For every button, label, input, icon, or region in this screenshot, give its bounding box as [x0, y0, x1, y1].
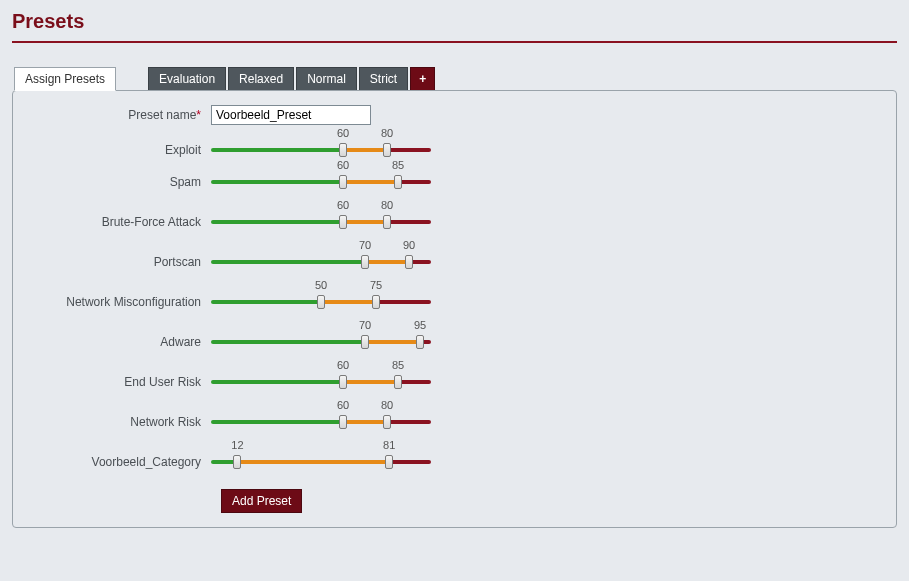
range-slider[interactable]: 7090	[211, 255, 431, 269]
track-green	[211, 300, 321, 304]
tab-assign-presets[interactable]: Assign Presets	[14, 67, 116, 91]
slider-handle-low[interactable]	[339, 215, 347, 229]
title-divider	[12, 41, 897, 43]
track-green	[211, 260, 365, 264]
range-slider[interactable]: 7095	[211, 335, 431, 349]
slider-label: Network Misconfiguration	[31, 295, 211, 309]
slider-high-value: 81	[383, 439, 395, 451]
track-green	[211, 148, 343, 152]
preset-form-panel: Preset name* Exploit6080Spam6085Brute-Fo…	[12, 90, 897, 528]
slider-low-value: 60	[337, 399, 349, 411]
track-green	[211, 340, 365, 344]
slider-label: Portscan	[31, 255, 211, 269]
track-orange	[365, 260, 409, 264]
track-red	[398, 180, 431, 184]
slider-row: Exploit6080	[31, 143, 878, 157]
slider-row: Network Misconfiguration5075	[31, 295, 878, 309]
track-orange	[343, 148, 387, 152]
range-slider[interactable]: 6085	[211, 375, 431, 389]
tab-strict[interactable]: Strict	[359, 67, 408, 91]
range-slider[interactable]: 6080	[211, 215, 431, 229]
slider-handle-low[interactable]	[233, 455, 241, 469]
slider-high-value: 75	[370, 279, 382, 291]
slider-handle-low[interactable]	[339, 375, 347, 389]
preset-name-input[interactable]	[211, 105, 371, 125]
tab-spacer	[118, 67, 146, 91]
track-orange	[343, 380, 398, 384]
slider-low-value: 12	[231, 439, 243, 451]
slider-row: Portscan7090	[31, 255, 878, 269]
slider-handle-high[interactable]	[394, 175, 402, 189]
slider-handle-low[interactable]	[361, 335, 369, 349]
slider-handle-low[interactable]	[339, 143, 347, 157]
tab-evaluation[interactable]: Evaluation	[148, 67, 226, 91]
track-red	[387, 220, 431, 224]
preset-name-label: Preset name*	[31, 108, 211, 122]
slider-low-value: 50	[315, 279, 327, 291]
slider-row: End User Risk6085	[31, 375, 878, 389]
range-slider[interactable]: 1281	[211, 455, 431, 469]
slider-handle-high[interactable]	[383, 143, 391, 157]
slider-handle-high[interactable]	[383, 215, 391, 229]
slider-row: Voorbeeld_Category1281	[31, 455, 878, 469]
track-green	[211, 220, 343, 224]
slider-handle-low[interactable]	[317, 295, 325, 309]
slider-high-value: 85	[392, 359, 404, 371]
slider-label: Exploit	[31, 143, 211, 157]
slider-handle-high[interactable]	[394, 375, 402, 389]
range-slider[interactable]: 5075	[211, 295, 431, 309]
range-slider[interactable]: 6080	[211, 143, 431, 157]
track-red	[398, 380, 431, 384]
slider-label: Spam	[31, 175, 211, 189]
track-green	[211, 380, 343, 384]
preset-name-row: Preset name*	[31, 105, 878, 125]
track-green	[211, 420, 343, 424]
add-preset-button[interactable]: Add Preset	[221, 489, 302, 513]
track-red	[387, 148, 431, 152]
track-orange	[343, 420, 387, 424]
slider-low-value: 60	[337, 199, 349, 211]
track-orange	[365, 340, 420, 344]
slider-high-value: 80	[381, 399, 393, 411]
slider-high-value: 90	[403, 239, 415, 251]
slider-label: Network Risk	[31, 415, 211, 429]
track-red	[389, 460, 431, 464]
slider-high-value: 80	[381, 127, 393, 139]
slider-handle-low[interactable]	[339, 415, 347, 429]
slider-handle-high[interactable]	[383, 415, 391, 429]
track-red	[376, 300, 431, 304]
track-green	[211, 180, 343, 184]
slider-handle-high[interactable]	[385, 455, 393, 469]
tab-normal[interactable]: Normal	[296, 67, 357, 91]
slider-row: Brute-Force Attack6080	[31, 215, 878, 229]
slider-handle-high[interactable]	[405, 255, 413, 269]
page-title: Presets	[12, 10, 897, 33]
slider-handle-low[interactable]	[361, 255, 369, 269]
slider-label: Brute-Force Attack	[31, 215, 211, 229]
tab-add[interactable]: +	[410, 67, 435, 91]
slider-low-value: 60	[337, 159, 349, 171]
track-orange	[343, 180, 398, 184]
slider-label: Voorbeeld_Category	[31, 455, 211, 469]
slider-low-value: 60	[337, 359, 349, 371]
slider-high-value: 80	[381, 199, 393, 211]
track-orange	[237, 460, 389, 464]
slider-handle-high[interactable]	[416, 335, 424, 349]
track-red	[387, 420, 431, 424]
slider-low-value: 70	[359, 239, 371, 251]
slider-row: Network Risk6080	[31, 415, 878, 429]
slider-handle-high[interactable]	[372, 295, 380, 309]
slider-row: Adware7095	[31, 335, 878, 349]
tab-relaxed[interactable]: Relaxed	[228, 67, 294, 91]
range-slider[interactable]: 6080	[211, 415, 431, 429]
slider-handle-low[interactable]	[339, 175, 347, 189]
slider-row: Spam6085	[31, 175, 878, 189]
slider-high-value: 85	[392, 159, 404, 171]
track-orange	[343, 220, 387, 224]
slider-low-value: 70	[359, 319, 371, 331]
slider-label: Adware	[31, 335, 211, 349]
slider-low-value: 60	[337, 127, 349, 139]
range-slider[interactable]: 6085	[211, 175, 431, 189]
slider-label: End User Risk	[31, 375, 211, 389]
track-orange	[321, 300, 376, 304]
